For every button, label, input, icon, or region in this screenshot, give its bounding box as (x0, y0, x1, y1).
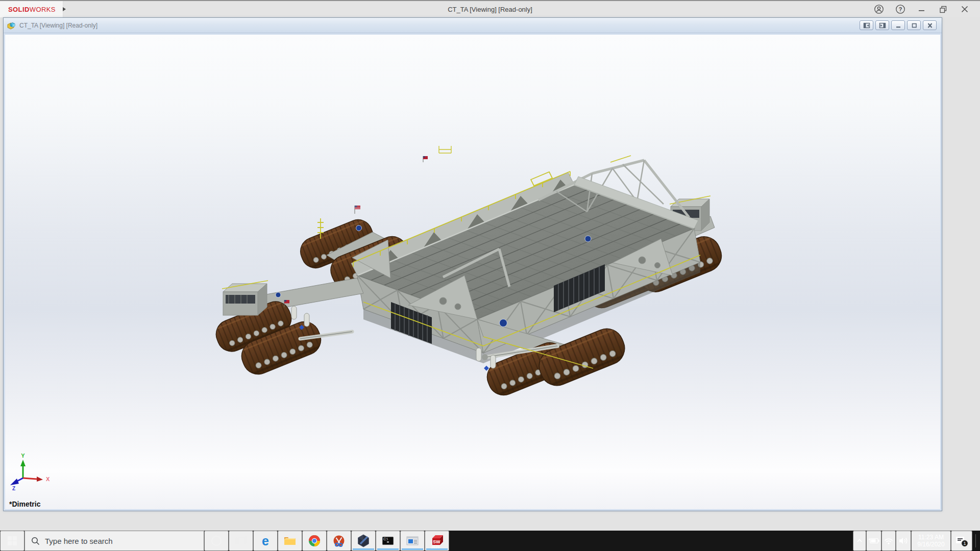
taskbar-app-file-explorer[interactable] (278, 531, 302, 551)
pane-right-button[interactable] (875, 20, 889, 30)
search-icon (31, 537, 40, 545)
pane-left-icon (863, 22, 870, 29)
taskbar: Type here to search e (0, 531, 980, 551)
triad-z-label: Z (12, 486, 15, 491)
taskbar-app-hexagon[interactable] (351, 531, 376, 551)
svg-text:e: e (262, 534, 269, 547)
task-view-icon (235, 535, 247, 547)
triad-x-label: X (46, 476, 50, 482)
doc-minimize-icon (895, 22, 902, 29)
taskbar-app-snipping-tool[interactable] (327, 531, 351, 551)
solidworks-2020-icon: SW 2020 (430, 533, 444, 549)
action-center-button[interactable]: 1 (951, 531, 972, 551)
doc-close-button[interactable] (923, 20, 937, 30)
crawler-transporter-model: Y X Z (5, 35, 940, 509)
document-title: CT_TA [Viewing] [Read-only] (19, 22, 97, 29)
cortana-icon (210, 535, 223, 547)
show-desktop-button[interactable] (976, 531, 980, 551)
taskbar-app-chrome[interactable] (302, 531, 327, 551)
cab-front-left[interactable] (222, 281, 268, 315)
help-icon: ? (895, 4, 905, 14)
restore-button[interactable] (934, 2, 952, 17)
viewport-3d[interactable]: Y X Z *Dimetric (5, 35, 940, 509)
taskbar-app-remote-window[interactable] (400, 531, 425, 551)
document-window: CT_TA [Viewing] [Read-only] (3, 17, 942, 511)
notification-icon: 1 (954, 534, 969, 547)
triad-y-label: Y (21, 453, 25, 459)
doc-restore-icon (911, 22, 918, 29)
tray-chevron-button[interactable] (853, 531, 866, 551)
view-orientation-label: *Dimetric (9, 500, 40, 508)
menu-expand-arrow-icon (63, 7, 66, 11)
hexagon-app-icon (357, 534, 370, 547)
assembly-document-icon (7, 21, 16, 30)
orientation-triad: Y X Z (10, 453, 50, 491)
help-button[interactable]: ? (891, 2, 910, 17)
pane-left-button[interactable] (860, 20, 873, 30)
taskbar-app-solidworks[interactable]: SW 2020 (425, 531, 449, 551)
svg-text:?: ? (899, 6, 902, 12)
solidworks-wordmark: SOLIDWORKS (8, 6, 56, 13)
search-input[interactable]: Type here to search (24, 531, 204, 551)
notification-badge: 1 (963, 541, 966, 546)
search-placeholder: Type here to search (45, 537, 113, 545)
tray-network-button[interactable] (881, 531, 896, 551)
start-button[interactable] (0, 531, 24, 551)
edge-icon: e (259, 534, 272, 547)
app-titlebar: SOLIDWORKS CT_TA [Viewing] [Read-only] ? (0, 0, 980, 17)
account-icon (874, 4, 884, 14)
command-prompt-icon: C:\ (381, 534, 395, 547)
clock-date: 9/16/2020 (917, 541, 944, 548)
doc-restore-button[interactable] (907, 20, 921, 30)
tray-clock[interactable]: 11:23 AM 9/16/2020 (911, 531, 951, 551)
taskbar-app-edge[interactable]: e (253, 531, 278, 551)
minimize-button[interactable] (913, 2, 931, 17)
document-titlebar[interactable]: CT_TA [Viewing] [Read-only] (4, 18, 942, 33)
tray-volume-button[interactable] (896, 531, 911, 551)
close-button[interactable] (955, 2, 974, 17)
tray-battery-button[interactable] (866, 531, 881, 551)
document-window-controls (860, 20, 939, 30)
clock-time: 11:23 AM (917, 534, 944, 541)
taskbar-app-cortana[interactable] (204, 531, 229, 551)
window-controls: ? (870, 2, 980, 17)
taskbar-app-command-prompt[interactable]: C:\ (376, 531, 400, 551)
taskbar-app-task-view[interactable] (229, 531, 253, 551)
file-explorer-icon (283, 534, 297, 547)
pane-right-icon (879, 22, 886, 29)
system-tray: 11:23 AM 9/16/2020 1 (853, 531, 980, 551)
chevron-up-icon (856, 538, 863, 543)
windows-logo-icon (8, 536, 17, 545)
account-button[interactable] (870, 2, 888, 17)
restore-icon (938, 4, 948, 14)
doc-close-icon (926, 22, 934, 29)
doc-minimize-button[interactable] (891, 20, 905, 30)
snipping-tool-icon (332, 534, 346, 547)
close-icon (960, 4, 970, 14)
app-window-title: CT_TA [Viewing] [Read-only] (0, 6, 980, 13)
solidworks-menu-button[interactable]: SOLIDWORKS (0, 1, 63, 17)
svg-text:C:\: C:\ (383, 537, 388, 541)
battery-icon (868, 537, 879, 544)
speaker-icon (899, 537, 908, 545)
chrome-icon (308, 534, 321, 547)
wifi-icon (884, 537, 893, 544)
svg-text:SW: SW (433, 539, 440, 544)
minimize-icon (917, 4, 927, 14)
remote-window-icon (406, 534, 419, 547)
svg-text:2020: 2020 (431, 545, 440, 549)
